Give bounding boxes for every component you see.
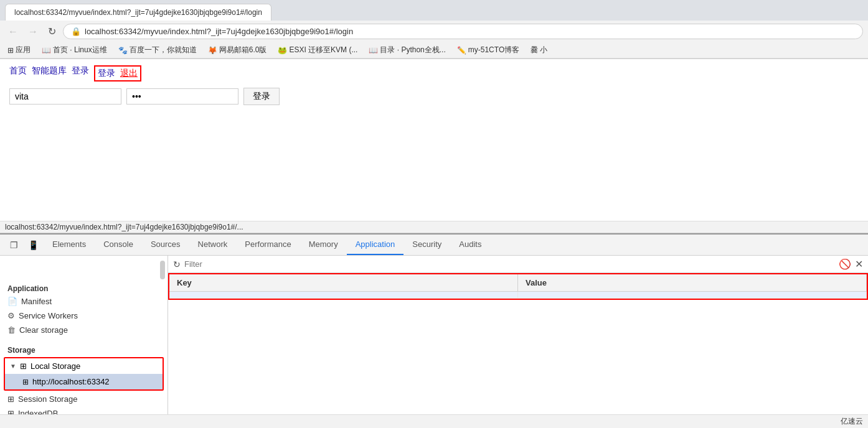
lock-icon: 🔒 xyxy=(71,27,81,36)
apps-icon: ⊞ xyxy=(7,46,14,55)
table-cell-key xyxy=(169,292,518,298)
reload-button[interactable]: ↻ xyxy=(45,24,59,39)
tab-security[interactable]: Security xyxy=(403,235,450,255)
username-input[interactable] xyxy=(9,88,121,105)
bookmark-baidu[interactable]: 🐾 百度一下，你就知道 xyxy=(116,44,199,56)
nav-login[interactable]: 登录 xyxy=(72,65,89,81)
tab-memory[interactable]: Memory xyxy=(300,235,347,255)
browser-tab[interactable]: localhost:63342/myvue/index.html?_ijt=7u… xyxy=(5,4,271,21)
table-cell-value xyxy=(518,292,867,298)
sidebar-service-workers[interactable]: ⚙ Service Workers xyxy=(0,309,167,323)
tab-performance[interactable]: Performance xyxy=(236,235,300,255)
devtools-device-icon[interactable]: 📱 xyxy=(23,236,44,254)
netease-label: 网易邮箱6.0版 xyxy=(219,45,267,55)
tab-audits[interactable]: Audits xyxy=(450,235,490,255)
clear-storage-label: Clear storage xyxy=(19,325,68,335)
devtools-panel: ❐ 📱 Elements Console Sources Network Per… xyxy=(0,233,868,428)
session-storage-grid-icon: ⊞ xyxy=(7,394,14,404)
table-row[interactable] xyxy=(169,292,867,299)
sidebar-session-storage[interactable]: ⊞ Session Storage xyxy=(0,392,167,406)
filter-clear-button[interactable]: 🚫 xyxy=(839,258,851,270)
bookmark-netease[interactable]: 🦊 网易邮箱6.0版 xyxy=(205,44,270,56)
manifest-label: Manifest xyxy=(21,297,52,306)
address-text: localhost:63342/myvue/index.html?_ijt=7u… xyxy=(85,27,855,36)
local-storage-url: http://localhost:63342 xyxy=(32,377,110,386)
page-content: 首页 智能题库 登录 登录 退出 登录 xyxy=(0,59,868,111)
more-label: 爨 xyxy=(531,45,538,55)
expand-arrow-icon: ▼ xyxy=(10,363,16,370)
local-storage-url-grid-icon: ⊞ xyxy=(22,378,29,386)
status-bar: localhost:63342/myvue/index.html?_ijt=7u… xyxy=(0,221,868,233)
filter-refresh-button[interactable]: ↻ xyxy=(173,259,181,269)
sidebar-section-storage: Storage xyxy=(0,342,167,356)
local-storage-grid-icon: ⊞ xyxy=(20,361,27,371)
address-bar-row: ← → ↻ 🔒 localhost:63342/myvue/index.html… xyxy=(0,21,868,42)
forward-button[interactable]: → xyxy=(25,25,41,39)
tab-elements[interactable]: Elements xyxy=(44,235,95,255)
storage-table-container: Key Value xyxy=(168,273,868,300)
table-header-value: Value xyxy=(518,274,867,291)
session-storage-label: Session Storage xyxy=(18,394,77,404)
nav-home[interactable]: 首页 xyxy=(9,65,27,81)
netease-icon: 🦊 xyxy=(208,46,217,55)
back-button[interactable]: ← xyxy=(5,25,21,39)
more-sub-label: 小 xyxy=(540,45,547,55)
bookmark-python[interactable]: 📖 目录 · Python全栈... xyxy=(366,44,448,56)
home-linux-label: 首页 · Linux运维 xyxy=(53,45,107,55)
nav-quiz[interactable]: 智能题库 xyxy=(32,65,67,81)
python-label: 目录 · Python全栈... xyxy=(380,45,445,55)
browser-bottom-bar: 亿速云 xyxy=(0,414,868,428)
password-input[interactable] xyxy=(126,88,238,105)
devtools-tabs: ❐ 📱 Elements Console Sources Network Per… xyxy=(0,235,868,256)
nav-links: 首页 智能题库 登录 登录 退出 xyxy=(9,65,859,81)
clear-storage-icon: 🗑 xyxy=(7,325,16,335)
baidu-icon: 🐾 xyxy=(118,46,128,55)
service-workers-label: Service Workers xyxy=(19,311,78,320)
page-area: 首页 智能题库 登录 登录 退出 登录 localhost:63342/myvu… xyxy=(0,59,868,233)
baidu-label: 百度一下，你就知道 xyxy=(130,45,197,55)
browser-chrome: localhost:63342/myvue/index.html?_ijt=7u… xyxy=(0,0,868,59)
tab-application[interactable]: Application xyxy=(347,235,404,255)
blog-icon: ✏️ xyxy=(457,46,466,55)
nav-logout[interactable]: 退出 xyxy=(120,68,138,79)
status-url: localhost:63342/myvue/index.html?_ijt=7u… xyxy=(5,223,243,231)
service-workers-icon: ⚙ xyxy=(7,311,15,320)
login-button[interactable]: 登录 xyxy=(243,88,280,105)
tab-network[interactable]: Network xyxy=(189,235,237,255)
python-icon: 📖 xyxy=(369,46,378,55)
filter-bar: ↻ 🚫 ✕ xyxy=(168,256,868,273)
devtools-body: Application 📄 Manifest ⚙ Service Workers… xyxy=(0,256,868,428)
login-form: 登录 xyxy=(9,88,859,105)
sidebar-clear-storage[interactable]: 🗑 Clear storage xyxy=(0,323,167,337)
filter-x-button[interactable]: ✕ xyxy=(855,258,863,270)
bookmark-home-linux[interactable]: 📖 首页 · Linux运维 xyxy=(39,44,110,56)
local-storage-label: Local Storage xyxy=(31,361,80,371)
home-linux-icon: 📖 xyxy=(42,46,51,55)
bottom-right: 亿速云 xyxy=(841,416,863,427)
esxi-icon: 🐸 xyxy=(278,46,287,55)
nav-login-boxed[interactable]: 登录 xyxy=(98,68,115,79)
sidebar-section-application: Application xyxy=(0,281,167,294)
sidebar-manifest[interactable]: 📄 Manifest xyxy=(0,294,167,309)
blog-label: my-51CTO博客 xyxy=(468,45,519,55)
nav-boxed-group: 登录 退出 xyxy=(94,65,141,81)
sidebar-local-storage[interactable]: ▼ ⊞ Local Storage xyxy=(5,358,163,374)
tab-sources[interactable]: Sources xyxy=(142,235,189,255)
address-bar[interactable]: 🔒 localhost:63342/myvue/index.html?_ijt=… xyxy=(63,24,863,39)
bookmark-apps[interactable]: ⊞ 应用 xyxy=(5,44,33,56)
table-header-key: Key xyxy=(169,274,518,291)
table-header: Key Value xyxy=(169,274,867,292)
apps-label: 应用 xyxy=(16,45,31,55)
tab-bar: localhost:63342/myvue/index.html?_ijt=7u… xyxy=(0,0,868,21)
devtools-sidebar: Application 📄 Manifest ⚙ Service Workers… xyxy=(0,256,168,428)
tab-console[interactable]: Console xyxy=(95,235,142,255)
filter-input[interactable] xyxy=(184,259,835,269)
sidebar-local-storage-url[interactable]: ⊞ http://localhost:63342 xyxy=(5,374,163,389)
bookmark-more[interactable]: 爨 小 xyxy=(528,44,550,56)
devtools-inspect-icon[interactable]: ❐ xyxy=(5,236,23,254)
manifest-icon: 📄 xyxy=(7,297,17,306)
bookmark-esxi[interactable]: 🐸 ESXI 迁移至KVM (... xyxy=(275,44,360,56)
bookmark-blog[interactable]: ✏️ my-51CTO博客 xyxy=(455,44,522,56)
devtools-main: ↻ 🚫 ✕ Key Value xyxy=(168,256,868,428)
bookmarks-bar: ⊞ 应用 📖 首页 · Linux运维 🐾 百度一下，你就知道 🦊 网易邮箱6.… xyxy=(0,42,868,58)
